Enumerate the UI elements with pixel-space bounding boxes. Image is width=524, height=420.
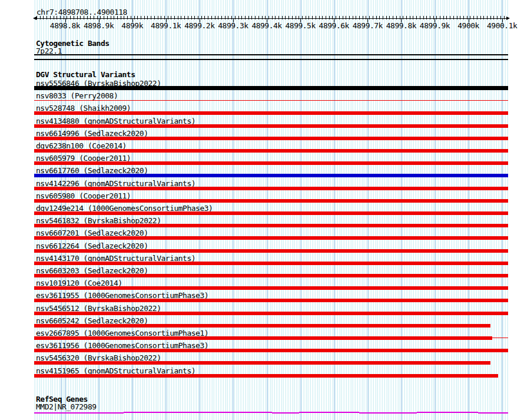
ruler-tick-label: 4899.1k bbox=[151, 21, 181, 30]
ruler-tick-label: 4898.9k bbox=[84, 21, 114, 30]
variant-bar[interactable] bbox=[34, 111, 508, 115]
genome-browser-view: chr7:4898708..4900118 4898.8k4898.9k4899… bbox=[0, 0, 524, 420]
variant-bar[interactable] bbox=[34, 249, 508, 253]
ruler-right-arrow-icon bbox=[506, 16, 510, 20]
ruler-tick-label: 4898.8k bbox=[50, 21, 80, 30]
gene-line-segment[interactable] bbox=[478, 412, 508, 414]
variant-bar[interactable] bbox=[34, 349, 508, 352]
variant-bar[interactable] bbox=[34, 236, 508, 240]
variant-bar[interactable] bbox=[34, 361, 490, 365]
gene-label: MMD2|NR_072989 bbox=[36, 403, 97, 411]
variant-bar[interactable] bbox=[34, 187, 508, 190]
ruler-tick-label: 4900.1k bbox=[487, 21, 517, 30]
ruler-minor-ticks bbox=[37, 16, 506, 19]
ruler-tick-label: 4899.6k bbox=[319, 21, 349, 30]
region-position-label: chr7:4898708..4900118 bbox=[37, 8, 127, 16]
variant-bar[interactable] bbox=[34, 274, 508, 277]
variant-bar[interactable] bbox=[34, 100, 508, 101]
ruler-tick-label: 4900k bbox=[457, 21, 479, 30]
variant-bar[interactable] bbox=[34, 124, 508, 128]
variant-bar[interactable] bbox=[34, 86, 508, 90]
gene-line-segment[interactable] bbox=[359, 412, 417, 414]
variant-bar[interactable] bbox=[34, 312, 508, 315]
ruler-tick-label: 4899.2k bbox=[184, 21, 214, 30]
section-title-dgv-structural-variants: DGV Structural Variants bbox=[36, 71, 135, 78]
gene-line-segment[interactable] bbox=[272, 412, 299, 414]
ruler-tick-label: 4899.3k bbox=[218, 21, 248, 30]
variant-bar[interactable] bbox=[34, 299, 508, 302]
variant-bar[interactable] bbox=[34, 199, 508, 203]
variant-bar[interactable] bbox=[34, 174, 508, 177]
variant-bar[interactable] bbox=[34, 262, 508, 265]
gene-line-segment[interactable] bbox=[34, 412, 124, 414]
variant-bar[interactable] bbox=[34, 224, 508, 227]
ruler-tick-label: 4899.8k bbox=[386, 21, 416, 30]
variant-bar[interactable] bbox=[34, 336, 492, 340]
variant-label: nsv8033 (Perry2008) bbox=[36, 91, 118, 100]
variant-bar[interactable] bbox=[34, 161, 508, 165]
gene-line-segment[interactable] bbox=[417, 412, 478, 413]
ruler-tick-label: 4899.5k bbox=[285, 21, 315, 30]
gene-line-segment[interactable] bbox=[124, 412, 272, 413]
ruler-tick-label: 4899.7k bbox=[353, 21, 383, 30]
ruler-tick-label: 4899k bbox=[121, 21, 143, 30]
variant-bar-thin-extension[interactable] bbox=[492, 338, 508, 338]
cytoband-bar[interactable] bbox=[34, 54, 508, 55]
variant-bar[interactable] bbox=[34, 286, 508, 290]
ruler-tick-label: 4899.4k bbox=[251, 21, 281, 30]
gene-line-segment[interactable] bbox=[299, 412, 359, 413]
ruler-tick-label: 4899.9k bbox=[420, 21, 450, 30]
variant-bar[interactable] bbox=[34, 137, 508, 140]
variant-bar[interactable] bbox=[34, 374, 498, 378]
variant-bar[interactable] bbox=[34, 149, 508, 153]
section-divider bbox=[34, 59, 508, 60]
variant-bar[interactable] bbox=[34, 324, 490, 328]
variant-bar[interactable] bbox=[34, 211, 508, 215]
